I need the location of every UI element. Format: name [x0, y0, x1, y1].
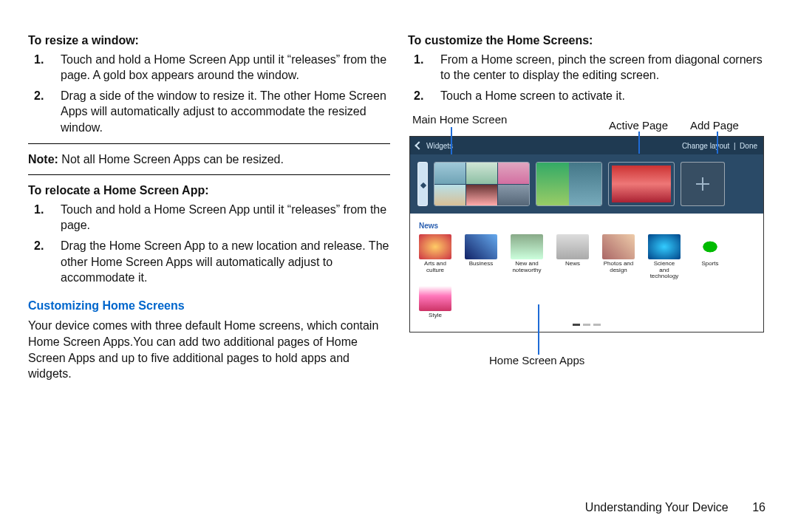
heading-customize-steps: To customize the Home Screens: — [408, 33, 770, 49]
footer: Understanding Your Device 16 — [585, 499, 765, 516]
topbar-done: Done — [740, 142, 757, 150]
category-item: Sports — [694, 234, 726, 280]
custom-paragraph: Your device comes with three default Hom… — [28, 318, 390, 381]
right-column: To customize the Home Screens: From a Ho… — [408, 33, 770, 491]
category-item: Business — [465, 234, 497, 280]
device-screenshot: Widgets Change layout | Done News — [409, 136, 764, 332]
resize-steps: Touch and hold a Home Screen App until i… — [49, 52, 390, 136]
add-page-thumb — [681, 162, 725, 206]
figure: Main Home Screen Active Page Add Page Wi… — [408, 112, 770, 368]
page-number: 16 — [752, 499, 765, 516]
divider — [28, 143, 390, 144]
footer-section: Understanding Your Device — [585, 501, 729, 514]
heading-customizing: Customizing Home Screens — [28, 298, 390, 314]
left-column: To resize a window: Touch and hold a Hom… — [28, 33, 390, 491]
relocate-steps: Touch and hold a Home Screen App until i… — [49, 202, 390, 286]
page-thumb — [536, 162, 602, 206]
customize-steps: From a Home screen, pinch the screen fro… — [429, 52, 770, 104]
active-page-thumb — [608, 162, 675, 206]
page-dots — [419, 324, 754, 326]
list-item: Drag a side of the window to resize it. … — [49, 88, 390, 136]
callout-line — [638, 132, 640, 154]
screenshot-topbar: Widgets Change layout | Done — [410, 137, 763, 154]
category-item: Science and technology — [648, 234, 681, 280]
note: Note: Not all Home Screen Apps can be re… — [28, 151, 390, 168]
heading-relocate: To relocate a Home Screen App: — [28, 183, 390, 199]
section-title: News — [419, 221, 754, 231]
callout-line — [538, 304, 539, 355]
home-indicator-icon — [417, 162, 428, 206]
callout-line — [717, 132, 718, 154]
category-item: Arts and culture — [419, 234, 451, 280]
list-item: From a Home screen, pinch the screen fro… — [429, 52, 770, 83]
main-page-thumb — [434, 162, 530, 206]
label-main-home: Main Home Screen — [412, 112, 507, 127]
category-item: New and noteworthy — [511, 234, 543, 280]
back-chevron-icon — [415, 142, 423, 150]
category-item: Style — [419, 286, 451, 319]
category-item: Photos and design — [602, 234, 635, 280]
list-item: Touch a Home screen to activate it. — [429, 88, 770, 104]
list-item: Drag the Home Screen App to a new locati… — [49, 238, 390, 286]
label-home-screen-apps: Home Screen Apps — [489, 353, 770, 368]
heading-resize: To resize a window: — [28, 33, 390, 49]
plus-icon — [696, 177, 709, 191]
category-item: News — [556, 234, 589, 280]
screenshot-content: News Arts and culture Business New and n… — [410, 214, 763, 332]
list-item: Touch and hold a Home Screen App until i… — [49, 52, 390, 83]
label-add-page: Add Page — [690, 118, 739, 133]
topbar-change: Change layout — [682, 142, 730, 150]
divider — [28, 174, 390, 175]
topbar-title: Widgets — [426, 141, 453, 151]
list-item: Touch and hold a Home Screen App until i… — [49, 202, 390, 233]
page-strip — [410, 154, 763, 214]
